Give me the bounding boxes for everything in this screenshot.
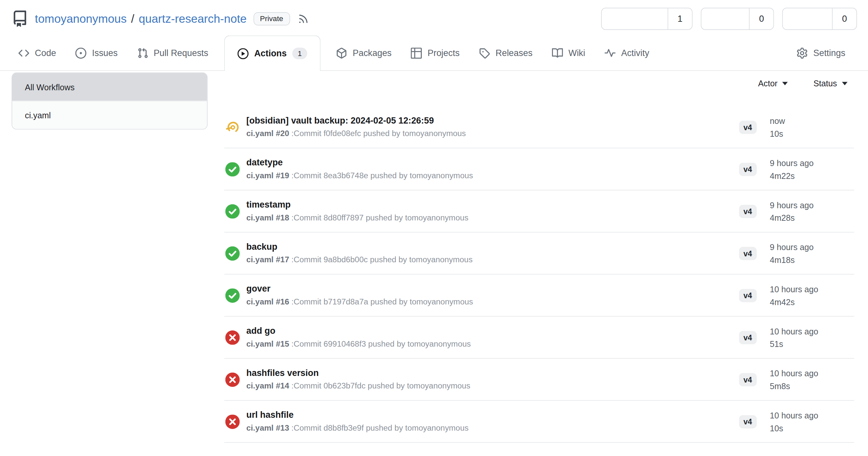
status-filter-label: Status <box>813 79 837 88</box>
unwatch-button-main[interactable]: Unwatch <box>601 8 667 30</box>
run-title-link[interactable]: datetype <box>247 158 473 168</box>
rss-feed-icon[interactable] <box>298 13 309 24</box>
workflow-run-row: backup ci.yaml #17 :Commit 9a8bd6b00c pu… <box>224 233 854 275</box>
run-version-badge: v4 <box>739 372 756 386</box>
tab-packages-label: Packages <box>352 48 392 58</box>
run-title-link[interactable]: add go <box>247 326 471 336</box>
tab-projects-label: Projects <box>428 48 460 58</box>
run-workflow-ref: ci.yaml #18 <box>247 213 289 222</box>
run-time-line: 9 hours ago <box>765 158 814 168</box>
run-duration: 51s <box>770 339 783 349</box>
fork-button-main[interactable]: Fork <box>783 8 832 30</box>
run-title-link[interactable]: gover <box>247 284 473 295</box>
run-workflow-ref: ci.yaml #16 <box>247 297 289 306</box>
repo-tab-nav: Code Issues Pull Requests Actions 1 Pack… <box>0 36 868 71</box>
run-main: [obsidian] vault backup: 2024-02-05 12:2… <box>247 116 466 138</box>
workflow-run-row: timestamp ci.yaml #18 :Commit 8d80ff7897… <box>224 190 854 233</box>
run-title-link[interactable]: hashfiles version <box>247 368 471 379</box>
run-times: 9 hours ago 4m22s <box>765 158 814 180</box>
sidebar-item-ci-yaml[interactable]: ci.yaml <box>12 101 207 129</box>
run-time-line: 9 hours ago <box>765 242 814 252</box>
run-time: 10 hours ago <box>770 284 818 294</box>
run-filters: Actor Status <box>758 79 847 88</box>
run-meta: v4 9 hours ago 4m28s <box>739 200 854 222</box>
run-duration: 4m28s <box>770 213 795 222</box>
tab-code[interactable]: Code <box>18 36 56 70</box>
tab-actions[interactable]: Actions 1 <box>224 36 321 71</box>
run-title-link[interactable]: [obsidian] vault backup: 2024-02-05 12:2… <box>247 116 466 126</box>
run-time-line: now <box>765 116 785 126</box>
repo-book-icon <box>11 10 28 27</box>
watchers-count[interactable]: 1 <box>668 8 692 29</box>
run-time-line: 10 hours ago <box>765 368 818 378</box>
workflows-sidebar: All Workflows ci.yaml <box>11 72 208 129</box>
star-button-main[interactable]: Star <box>701 8 749 30</box>
run-main: timestamp ci.yaml #18 :Commit 8d80ff7897… <box>247 200 469 222</box>
tab-activity[interactable]: Activity <box>605 36 650 70</box>
tab-issues[interactable]: Issues <box>75 36 118 70</box>
run-version-badge: v4 <box>739 415 756 428</box>
tab-packages[interactable]: Packages <box>336 36 392 70</box>
run-subtitle: ci.yaml #17 :Commit 9a8bd6b00c pushed by… <box>247 255 473 264</box>
run-title-link[interactable]: backup <box>247 242 473 252</box>
run-time-line: 9 hours ago <box>765 200 814 209</box>
tab-projects[interactable]: Projects <box>411 36 459 70</box>
run-workflow-ref: ci.yaml #13 <box>247 423 289 432</box>
run-meta: v4 10 hours ago 4m42s <box>739 284 854 306</box>
run-duration: 10s <box>770 423 783 433</box>
run-times: 10 hours ago 5m8s <box>765 368 818 390</box>
run-status-icon <box>225 120 240 134</box>
repo-name-link[interactable]: quartz-research-note <box>139 12 247 25</box>
run-times: 9 hours ago 4m28s <box>765 200 814 222</box>
workflow-run-row: hashfiles version ci.yaml #14 :Commit 0b… <box>224 359 854 401</box>
run-title-link[interactable]: url hashfile <box>247 411 469 421</box>
tab-wiki-label: Wiki <box>568 48 585 58</box>
stars-count[interactable]: 0 <box>749 8 773 29</box>
actions-count-badge: 1 <box>292 47 307 59</box>
run-subtitle: ci.yaml #16 :Commit b7197d8a7a pushed by… <box>247 297 473 306</box>
tab-releases[interactable]: Releases <box>479 36 532 70</box>
run-status-icon <box>225 330 240 345</box>
tab-pull-requests[interactable]: Pull Requests <box>137 36 208 70</box>
run-title-link[interactable]: timestamp <box>247 200 469 210</box>
project-icon <box>411 47 422 59</box>
run-times: 10 hours ago 51s <box>765 326 818 348</box>
run-subtitle: ci.yaml #14 :Commit 0b623b7fdc pushed by… <box>247 381 471 390</box>
run-times: 10 hours ago 4m42s <box>765 284 818 306</box>
tab-wiki[interactable]: Wiki <box>552 36 585 70</box>
run-meta: v4 now 10s <box>739 116 854 138</box>
run-subtitle: ci.yaml #20 :Commit f0fde08efc pushed by… <box>247 129 466 138</box>
run-time: 10 hours ago <box>770 368 818 378</box>
run-duration: 4m42s <box>770 297 795 306</box>
run-description: :Commit 0b623b7fdc pushed by tomoyanonym… <box>289 381 471 390</box>
book-icon <box>552 47 563 59</box>
private-badge: Private <box>253 12 290 25</box>
run-duration-line: 10s <box>765 423 818 433</box>
forks-count[interactable]: 0 <box>832 8 857 29</box>
tab-activity-label: Activity <box>621 48 649 58</box>
workflow-run-row: url hashfile ci.yaml #13 :Commit d8b8fb3… <box>224 401 854 443</box>
run-duration-line: 5m8s <box>765 381 818 391</box>
sidebar-item-all-workflows[interactable]: All Workflows <box>12 73 207 101</box>
run-workflow-ref: ci.yaml #14 <box>247 381 289 390</box>
tab-issues-label: Issues <box>92 48 118 58</box>
run-version-badge: v4 <box>739 247 756 260</box>
unwatch-button: Unwatch 1 <box>601 8 692 30</box>
run-status-icon <box>225 204 240 219</box>
run-workflow-ref: ci.yaml #15 <box>247 339 289 348</box>
tab-pull-requests-label: Pull Requests <box>154 48 208 58</box>
run-times: 10 hours ago 10s <box>765 411 818 433</box>
repo-owner-link[interactable]: tomoyanonymous <box>35 12 127 25</box>
star-button: Star 0 <box>701 8 774 30</box>
run-main: datetype ci.yaml #19 :Commit 8ea3b6748e … <box>247 158 473 180</box>
actor-filter-dropdown[interactable]: Actor <box>758 79 788 88</box>
run-time: now <box>770 116 785 126</box>
run-time-line: 10 hours ago <box>765 411 818 420</box>
run-status-icon <box>225 162 240 176</box>
run-workflow-ref: ci.yaml #17 <box>247 255 289 264</box>
run-version-badge: v4 <box>739 120 756 133</box>
run-duration: 5m8s <box>770 381 790 391</box>
status-filter-dropdown[interactable]: Status <box>813 79 847 88</box>
tab-settings[interactable]: Settings <box>797 36 845 70</box>
tab-settings-label: Settings <box>813 48 845 58</box>
